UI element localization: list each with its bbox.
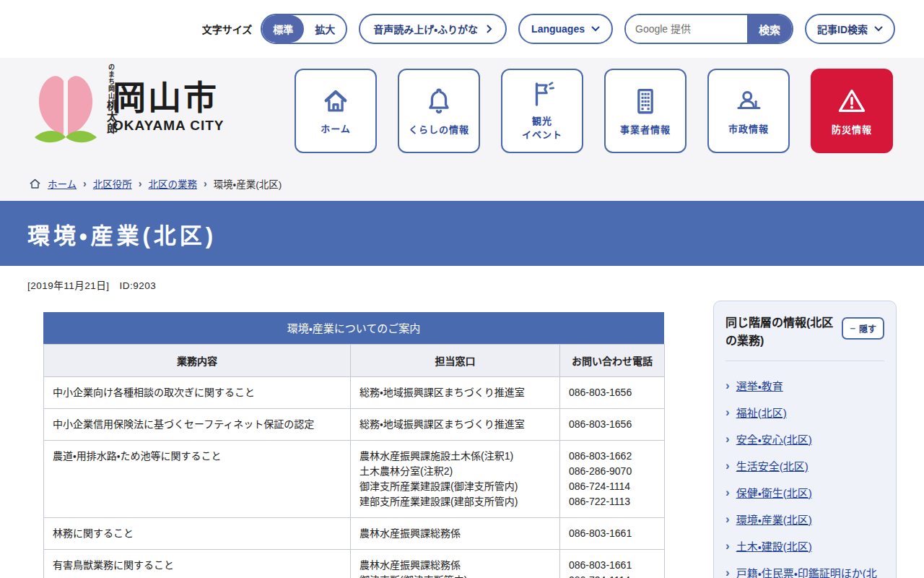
chevron-right-icon [487,25,492,33]
chevron-down-icon [874,26,883,32]
top-utility-bar: 文字サイズ 標準 拡大 音声読み上げ・ふりがな Languages 検索 記事I… [0,0,924,58]
phone-cell: 086-803-1661 086-724-1114 086-722-1113 [560,550,665,578]
languages-dropdown[interactable]: Languages [518,14,613,44]
chevron-right-icon: › [725,459,730,473]
page-title-banner: 環境・産業(北区) [0,201,924,266]
font-size-toggle: 標準 拡大 [261,14,347,44]
column-header-task: 業務内容 [44,345,351,377]
guidance-table: 環境・産業についてのご案内 業務内容 担当窓口 お問い合わせ電話 中小企業向け各… [43,312,664,578]
nav-living-info-button[interactable]: くらしの情報 [398,69,480,153]
sidebar-link[interactable]: 保健・衛生(北区) [736,486,812,501]
phone-cell: 086-803-1656 [560,409,665,441]
column-header-phone: お問い合わせ電話 [560,345,665,377]
desk-cell: 農林水産振興課総務係 御津支所(御津支所管内) 建部支所(建部支所管内) [351,550,560,578]
person-desk-icon [732,86,765,116]
table-row: 農道・用排水路・ため池等に関すること 農林水産振興課施設土木係(注釈1) 土木農… [44,441,665,518]
task-cell: 中小企業信用保険法に基づくセーフティネット保証の認定 [44,409,351,441]
sidebar-link-item: › 生活安全(北区) [725,459,884,474]
breadcrumb-current-page: 環境・産業(北区) [214,176,282,191]
warning-icon [834,85,869,117]
table-row: 中小企業信用保険法に基づくセーフティネット保証の認定 総務・地域振興課区まちづく… [44,409,665,441]
sidebar-link[interactable]: 生活安全(北区) [736,459,808,474]
speech-furigana-label: 音声読み上げ・ふりがな [373,22,478,36]
sidebar-link-item: › 環境・産業(北区) [725,512,884,527]
hide-button[interactable]: −隠す [842,317,884,340]
chevron-down-icon [591,26,600,32]
chevron-right-icon: › [725,512,730,527]
bell-icon [423,85,455,117]
same-level-info-sidebar: 同じ階層の情報(北区の業務) −隠す › 選挙・教育 › 福祉(北区) › 安全… [713,301,897,578]
sidebar-title: 同じ階層の情報(北区の業務) [725,314,837,350]
languages-label: Languages [531,23,585,35]
site-name: 岡山市 [113,79,225,116]
speech-furigana-button[interactable]: 音声読み上げ・ふりがな [359,14,507,44]
phone-cell: 086-803-1661 [560,518,665,550]
desk-cell: 農林水産振興課施設土木係(注釈1) 土木農林分室(注釈2) 御津支所産業建設課(… [351,441,560,518]
search-input[interactable] [626,15,747,43]
font-size-standard-button[interactable]: 標準 [262,15,304,43]
sidebar-link-item: › 土木・建設(北区) [725,539,884,554]
breadcrumb-home-link[interactable]: ホーム [48,176,77,191]
nav-city-government-button[interactable]: 市政情報 [707,69,790,153]
main-navigation: ホーム くらしの情報 観光 イベント 事業者情報 市政情報 [295,69,893,153]
chevron-right-icon: › [204,178,207,189]
phone-cell: 086-803-1662 086-286-9070 086-724-1114 0… [560,441,665,518]
font-size-enlarge-button[interactable]: 拡大 [304,15,346,43]
nav-business-info-button[interactable]: 事業者情報 [604,69,687,153]
desk-cell: 総務・地域振興課区まちづくり推進室 [351,377,560,409]
sidebar-link[interactable]: 安全・安心(北区) [736,432,812,447]
nav-tourism-events-button[interactable]: 観光 イベント [501,69,583,153]
home-icon [29,178,41,189]
article-id: ID:9203 [120,280,157,291]
task-cell: 中小企業向け各種相談の取次ぎに関すること [44,377,351,409]
breadcrumb: ホーム › 北区役所 › 北区の業務 › 環境・産業(北区) [29,176,282,191]
site-header: のまち岡山桃太郎 岡山市 OKAYAMA CITY ホーム くらしの情報 観光 … [0,58,924,201]
sidebar-link-item: › 保健・衛生(北区) [725,486,884,501]
font-size-label: 文字サイズ [202,22,253,36]
building-icon [629,85,661,117]
flag-icon [526,79,558,108]
home-icon [319,86,352,116]
sidebar-link-item: › 安全・安心(北区) [725,432,884,447]
nav-disaster-info-button[interactable]: 防災情報 [811,69,893,153]
chevron-right-icon: › [725,566,730,578]
sidebar-link-list: › 選挙・教育 › 福祉(北区) › 安全・安心(北区) › 生活安全(北区) … [725,361,884,578]
sidebar-link[interactable]: 戸籍・住民票・印鑑証明ほか(北区) [736,566,884,578]
publish-date: [2019年11月21日] [27,280,110,291]
chevron-right-icon: › [725,379,730,393]
sidebar-link[interactable]: 福祉(北区) [736,405,787,420]
logo-tagline: のまち岡山桃太郎 [106,64,117,134]
minus-icon: − [850,323,855,334]
task-cell: 農道・用排水路・ため池等に関すること [44,441,351,518]
site-name-en: OKAYAMA CITY [113,118,225,134]
task-cell: 林務に関すること [44,518,351,550]
page-title: 環境・産業(北区) [27,217,217,250]
chevron-right-icon: › [725,432,730,447]
table-row: 林務に関すること 農林水産振興課総務係 086-803-1661 [44,518,665,550]
desk-cell: 総務・地域振興課区まちづくり推進室 [351,409,560,441]
main-content: [2019年11月21日]ID:9203 環境・産業についてのご案内 業務内容 … [0,266,924,578]
sidebar-link-item: › 戸籍・住民票・印鑑証明ほか(北区) [725,566,884,578]
sidebar-link-item: › 選挙・教育 [725,379,884,394]
task-cell: 有害鳥獣業務に関すること [44,550,351,578]
site-logo[interactable]: のまち岡山桃太郎 岡山市 OKAYAMA CITY [27,65,225,148]
phone-cell: 086-803-1656 [560,377,665,409]
peach-logo-icon: のまち岡山桃太郎 [27,65,108,148]
article-meta: [2019年11月21日]ID:9203 [27,277,680,292]
breadcrumb-kita-ward-duties-link[interactable]: 北区の業務 [148,176,197,191]
desk-cell: 農林水産振興課総務係 [351,518,560,550]
nav-home-button[interactable]: ホーム [295,69,377,153]
chevron-right-icon: › [725,539,730,553]
breadcrumb-kita-ward-office-link[interactable]: 北区役所 [93,176,132,191]
site-search: 検索 [624,14,793,44]
sidebar-link[interactable]: 選挙・教育 [736,379,783,394]
chevron-right-icon: › [139,178,142,189]
sidebar-link[interactable]: 土木・建設(北区) [736,539,812,554]
sidebar-link[interactable]: 環境・産業(北区) [736,512,812,527]
table-row: 有害鳥獣業務に関すること 農林水産振興課総務係 御津支所(御津支所管内) 建部支… [44,550,665,578]
search-button[interactable]: 検索 [747,15,792,43]
article-id-search-dropdown[interactable]: 記事ID検索 [805,14,895,44]
chevron-right-icon: › [725,486,730,500]
chevron-right-icon: › [725,405,730,420]
chevron-right-icon: › [83,178,87,189]
